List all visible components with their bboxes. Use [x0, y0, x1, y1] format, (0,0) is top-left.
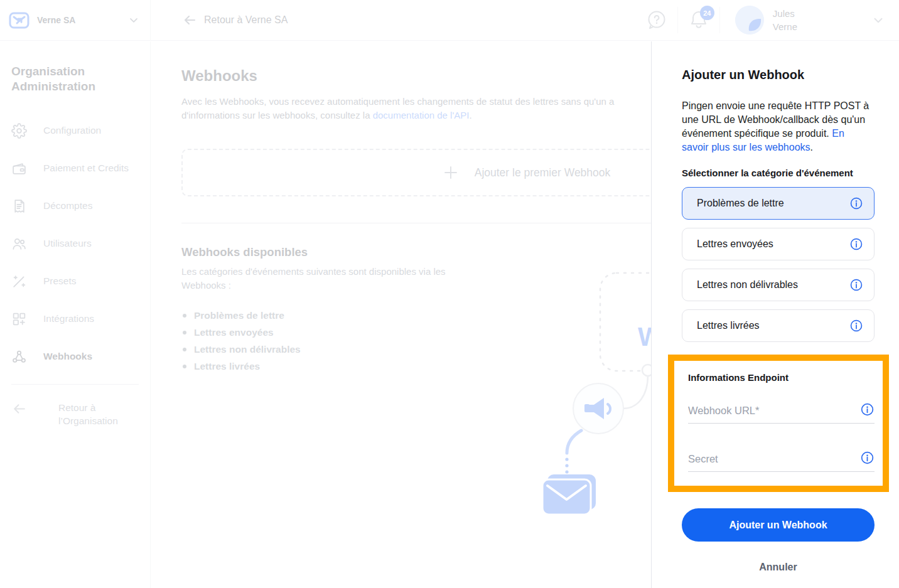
info-icon[interactable] [849, 319, 863, 333]
webhook-url-field-row [688, 402, 875, 424]
drawer-description: Pingen envoie une requête HTTP POST à un… [682, 99, 870, 154]
drawer-title: Ajouter un Webhook [682, 68, 874, 82]
endpoint-highlight-box: Informations Endpoint [668, 355, 889, 492]
info-icon[interactable] [849, 278, 863, 292]
category-option-lettres-non-delivrables[interactable]: Lettres non délivrables [682, 269, 875, 301]
info-icon[interactable] [860, 402, 875, 417]
info-icon[interactable] [849, 237, 863, 251]
add-webhook-drawer: Ajouter un Webhook Pingen envoie une req… [651, 41, 899, 588]
category-option-lettres-envoyees[interactable]: Lettres envoyées [682, 228, 875, 260]
endpoint-section-title: Informations Endpoint [688, 372, 875, 383]
category-section-label: Sélectionner la catégorie d'événement [682, 168, 874, 178]
app-window: Verne SA Retour à Verne SA [0, 0, 899, 588]
add-webhook-submit-button[interactable]: Ajouter un Webhook [682, 508, 875, 542]
info-icon[interactable] [849, 196, 863, 210]
category-option-problemes-de-lettre[interactable]: Problèmes de lettre [682, 187, 875, 220]
secret-input[interactable] [688, 453, 854, 465]
info-icon[interactable] [860, 451, 875, 465]
cancel-button[interactable]: Annuler [682, 562, 875, 573]
secret-field-row [688, 451, 875, 472]
category-option-lettres-livrees[interactable]: Lettres livrées [682, 309, 875, 342]
webhook-url-input[interactable] [688, 405, 854, 417]
